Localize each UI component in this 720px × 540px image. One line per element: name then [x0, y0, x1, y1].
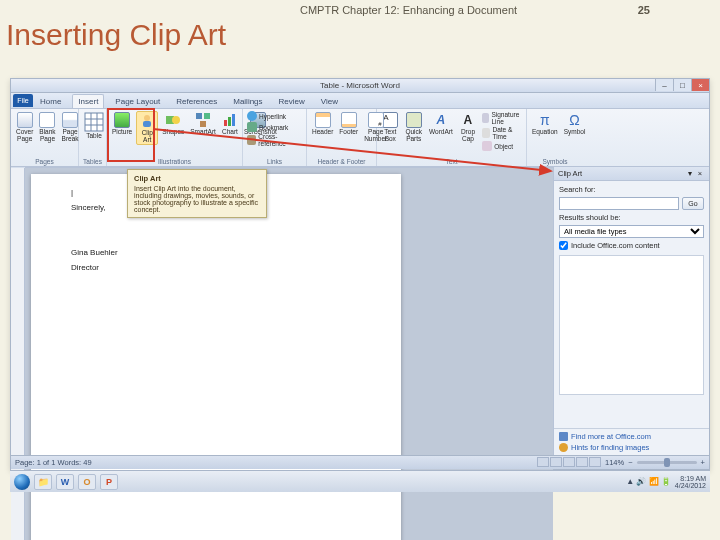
group-label-text: Text	[380, 157, 523, 165]
powerpoint-icon: P	[106, 477, 112, 487]
svg-point-5	[144, 115, 150, 121]
quick-parts-button[interactable]: Quick Parts	[403, 111, 426, 143]
zoom-slider[interactable]	[637, 461, 697, 464]
tab-mailings[interactable]: Mailings	[228, 95, 267, 108]
maximize-button[interactable]: □	[673, 79, 691, 91]
office-icon	[559, 432, 568, 441]
svg-rect-12	[224, 120, 227, 126]
outlook-icon: O	[83, 477, 90, 487]
taskbar-word-icon[interactable]: W	[56, 474, 74, 490]
tab-insert[interactable]: Insert	[72, 94, 104, 108]
object-button[interactable]: Object	[481, 141, 523, 151]
smartart-button[interactable]: SmartArt	[188, 111, 218, 137]
start-button[interactable]	[14, 474, 30, 490]
minimize-button[interactable]: –	[655, 79, 673, 91]
group-label-tables: Tables	[82, 157, 103, 165]
taskbar-clock[interactable]: 8:19 AM 4/24/2012	[675, 475, 706, 489]
zoom-out-button[interactable]: −	[628, 458, 632, 467]
system-tray[interactable]: ▲ 🔊 📶 🔋 8:19 AM 4/24/2012	[626, 475, 706, 489]
shapes-button[interactable]: Shapes	[160, 111, 186, 137]
tray-icons[interactable]: ▲ 🔊 📶 🔋	[626, 477, 671, 486]
group-pages: Cover Page Blank Page Page Break Pages	[11, 109, 79, 166]
group-label-hf: Header & Footer	[310, 157, 373, 165]
group-label-links: Links	[246, 157, 303, 165]
group-text: AText Box Quick Parts AWordArt ADrop Cap…	[377, 109, 527, 166]
group-header-footer: Header Footer #Page Number Header & Foot…	[307, 109, 377, 166]
bookmark-button[interactable]: Bookmark	[246, 122, 303, 132]
tab-view[interactable]: View	[316, 95, 343, 108]
taskbar-explorer-icon[interactable]: 📁	[34, 474, 52, 490]
status-left: Page: 1 of 1 Words: 49	[15, 458, 92, 467]
cover-page-button[interactable]: Cover Page	[14, 111, 35, 143]
zoom-value[interactable]: 114%	[605, 458, 624, 467]
drop-cap-button[interactable]: ADrop Cap	[457, 111, 479, 143]
find-more-link[interactable]: Find more at Office.com	[559, 432, 704, 441]
tab-references[interactable]: References	[171, 95, 222, 108]
group-label-illustrations: Illustrations	[110, 157, 239, 165]
picture-button[interactable]: Picture	[110, 111, 134, 137]
blank-page-button[interactable]: Blank Page	[37, 111, 57, 143]
tab-home[interactable]: Home	[35, 95, 66, 108]
page-break-button[interactable]: Page Break	[60, 111, 81, 143]
word-icon: W	[61, 477, 70, 487]
group-symbols: πEquation ΩSymbol Symbols	[527, 109, 583, 166]
svg-rect-11	[200, 121, 206, 127]
clip-art-tooltip: Clip Art Insert Clip Art into the docume…	[127, 169, 267, 218]
close-button[interactable]: ×	[691, 79, 709, 91]
taskbar-outlook-icon[interactable]: O	[78, 474, 96, 490]
cross-reference-button[interactable]: Cross-reference	[246, 133, 303, 147]
clip-art-button[interactable]: Clip Art	[136, 111, 158, 145]
group-tables: Table Tables	[79, 109, 107, 166]
page-number: 25	[638, 4, 650, 16]
svg-rect-0	[85, 113, 103, 131]
go-button[interactable]: Go	[682, 197, 704, 210]
slide-title: Inserting Clip Art	[6, 18, 226, 52]
view-buttons[interactable]	[536, 457, 601, 469]
tab-review[interactable]: Review	[274, 95, 310, 108]
chapter-label: CMPTR Chapter 12: Enhancing a Document	[300, 4, 517, 16]
results-label: Results should be:	[559, 213, 704, 222]
titlebar: Table - Microsoft Word – □ ×	[11, 79, 709, 93]
hints-link[interactable]: Hints for finding images	[559, 443, 704, 452]
include-office-label: Include Office.com content	[571, 241, 660, 250]
zoom-in-button[interactable]: +	[701, 458, 705, 467]
svg-rect-6	[143, 121, 151, 127]
include-office-input[interactable]	[559, 241, 568, 250]
tab-page-layout[interactable]: Page Layout	[110, 95, 165, 108]
table-button[interactable]: Table	[82, 111, 106, 141]
clip-art-pane: Clip Art ▾ × Search for: Go Results shou…	[553, 167, 709, 455]
wordart-button[interactable]: AWordArt	[427, 111, 455, 137]
svg-rect-14	[232, 114, 235, 126]
windows-taskbar: 📁 W O P ▲ 🔊 📶 🔋 8:19 AM 4/24/2012	[10, 470, 710, 492]
pane-close-button[interactable]: ×	[695, 169, 705, 178]
search-input[interactable]	[559, 197, 679, 210]
chart-button[interactable]: Chart	[220, 111, 240, 137]
svg-point-8	[172, 116, 180, 124]
doc-line: Gina Buehler	[71, 248, 361, 257]
taskbar-powerpoint-icon[interactable]: P	[100, 474, 118, 490]
date-time-button[interactable]: Date & Time	[481, 126, 523, 140]
window-title: Table - Microsoft Word	[320, 81, 400, 90]
footer-button[interactable]: Footer	[337, 111, 360, 137]
hyperlink-button[interactable]: Hyperlink	[246, 111, 303, 121]
svg-rect-9	[196, 113, 202, 119]
group-label-symbols: Symbols	[530, 157, 580, 165]
signature-line-button[interactable]: Signature Line	[481, 111, 523, 125]
group-links: Hyperlink Bookmark Cross-reference Links	[243, 109, 307, 166]
pane-dropdown-icon[interactable]: ▾	[688, 169, 692, 178]
symbol-button[interactable]: ΩSymbol	[562, 111, 588, 137]
header-button[interactable]: Header	[310, 111, 335, 137]
svg-rect-10	[204, 113, 210, 119]
search-label: Search for:	[559, 185, 704, 194]
include-office-checkbox[interactable]: Include Office.com content	[559, 241, 704, 250]
group-illustrations: Picture Clip Art Shapes SmartArt Chart S…	[107, 109, 243, 166]
ribbon: Cover Page Blank Page Page Break Pages T…	[11, 109, 709, 167]
pane-title: Clip Art	[558, 169, 582, 178]
ribbon-tabs: File Home Insert Page Layout References …	[11, 93, 709, 109]
workspace: | Sincerely, Gina Buehler Director Clip …	[11, 167, 709, 455]
results-area	[559, 255, 704, 395]
file-tab[interactable]: File	[13, 94, 33, 107]
equation-button[interactable]: πEquation	[530, 111, 560, 137]
results-select[interactable]: All media file types	[559, 225, 704, 238]
tooltip-body: Insert Clip Art into the document, inclu…	[134, 185, 260, 213]
